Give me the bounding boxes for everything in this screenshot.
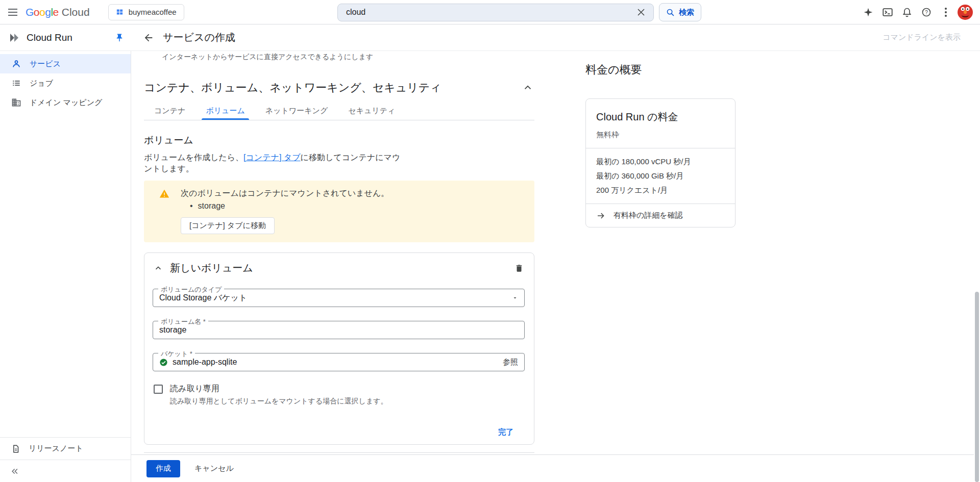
back-button[interactable] [139, 29, 158, 47]
sidebar-item-label: サービス [30, 59, 61, 69]
readonly-description: 読み取り専用としてボリュームをマウントする場合に選択します。 [170, 397, 388, 406]
tab-volumes[interactable]: ボリューム [195, 102, 255, 120]
volume-type-select[interactable]: ボリュームのタイプ Cloud Storage バケット [153, 289, 525, 307]
search-button-label: 検索 [679, 8, 694, 17]
sidebar-item-domain-mappings[interactable]: ドメイン マッピング [0, 93, 131, 112]
services-icon [11, 59, 21, 69]
clear-search-button[interactable] [634, 5, 648, 19]
browse-bucket-button[interactable]: 参照 [503, 358, 518, 367]
sidebar-item-services[interactable]: サービス [0, 54, 131, 73]
cloud-shell-icon [882, 7, 893, 18]
create-button[interactable]: 作成 [146, 460, 180, 477]
paid-tier-details-link[interactable]: 有料枠の詳細を確認 [586, 204, 735, 227]
free-tier-label: 無料枠 [596, 130, 725, 140]
chevrons-left-icon [10, 467, 19, 476]
search-icon [666, 8, 675, 17]
new-volume-card-header: 新しいボリューム [153, 261, 525, 275]
sidebar-spacer [0, 112, 131, 437]
more-vert-icon [945, 8, 947, 17]
pricing-line: 最初の 180,000 vCPU 秒/月 [596, 155, 725, 169]
domain-icon [11, 97, 21, 108]
search-button[interactable]: 検索 [659, 3, 701, 21]
tab-security[interactable]: セキュリティ [338, 102, 405, 120]
page-title: サービスの作成 [163, 31, 235, 44]
search-area: 検索 [337, 3, 701, 21]
project-icon [116, 8, 124, 16]
bell-icon [902, 7, 912, 17]
volume-type-label: ボリュームのタイプ [158, 285, 224, 294]
volume-name-label: ボリューム名 * [158, 317, 208, 326]
new-volume-card: 新しいボリューム ボリュームのタイプ Cloud Storage バケット ボリ… [144, 252, 534, 445]
container-tab-link[interactable]: [コンテナ] タブ [243, 153, 301, 162]
cloud-logo-text: Cloud [62, 6, 90, 18]
settings-tabs: コンテナ ボリューム ネットワーキング セキュリティ [144, 102, 534, 120]
tab-container[interactable]: コンテナ [144, 102, 195, 120]
warning-list-item: • storage [190, 201, 389, 211]
arrow-back-icon [143, 32, 154, 43]
more-options-button[interactable] [936, 3, 955, 22]
pricing-title: 料金の概要 [585, 62, 744, 78]
bucket-value: sample-app-sqlite [173, 358, 237, 367]
pricing-card-title: Cloud Run の料金 [596, 110, 725, 124]
card-collapse-button[interactable] [153, 263, 164, 274]
show-command-line-button[interactable]: コマンドラインを表示 [883, 33, 961, 42]
readonly-checkbox[interactable] [154, 385, 163, 394]
cancel-button[interactable]: キャンセル [194, 464, 234, 473]
delete-volume-button[interactable] [513, 262, 525, 274]
sidebar-item-jobs[interactable]: ジョブ [0, 73, 131, 93]
go-to-container-tab-button[interactable]: [コンテナ] タブに移動 [181, 217, 275, 234]
chevron-down-icon [512, 295, 518, 301]
topbar-actions: ? [859, 3, 980, 22]
topbar: Google Cloud buymeacoffee 検索 [0, 0, 980, 24]
pin-icon[interactable] [115, 33, 124, 42]
sidebar-item-label: ドメイン マッピング [30, 98, 102, 108]
unmounted-volume-warning: 次のボリュームはコンテナにマウントされていません。 • storage [コンテ… [144, 181, 534, 242]
warning-body: 次のボリュームはコンテナにマウントされていません。 • storage [コンテ… [181, 188, 389, 234]
notifications-button[interactable] [897, 3, 917, 22]
product-header: Cloud Run [0, 24, 131, 50]
cloud-shell-button[interactable] [878, 3, 897, 22]
scrollbar-track[interactable] [974, 51, 980, 482]
sidebar: サービス ジョブ ドメイン マッピング リリースノート [0, 51, 131, 482]
scrollbar-thumb[interactable] [975, 292, 979, 482]
help-button[interactable]: ? [917, 3, 936, 22]
tab-networking[interactable]: ネットワーキング [255, 102, 338, 120]
main-menu-button[interactable] [3, 3, 22, 22]
volumes-description-pre: ボリュームを作成したら、 [144, 153, 243, 162]
account-avatar[interactable] [955, 3, 975, 22]
release-notes-label: リリースノート [29, 444, 83, 453]
volumes-description: ボリュームを作成したら、[コンテナ] タブに移動してコンテナにマウントします。 [144, 152, 402, 174]
volume-name-input[interactable] [159, 325, 518, 335]
project-name: buymeacoffee [129, 8, 177, 16]
done-button[interactable]: 完了 [498, 427, 513, 437]
appbar: Cloud Run サービスの作成 コマンドラインを表示 [0, 24, 980, 51]
service-form-column: インターネットからサービスに直接アクセスできるようにします コンテナ、ボリューム… [144, 51, 534, 454]
readonly-option: 読み取り専用 読み取り専用としてボリュームをマウントする場合に選択します。 [153, 384, 525, 406]
project-selector[interactable]: buymeacoffee [108, 4, 184, 20]
document-icon [11, 444, 20, 453]
bucket-field[interactable]: バケット * sample-app-sqlite 参照 [153, 353, 525, 371]
section-collapse-button[interactable] [521, 81, 534, 94]
search-input[interactable] [346, 8, 634, 17]
section-header: コンテナ、ボリューム、ネットワーキング、セキュリティ [144, 80, 534, 95]
pricing-card-header: Cloud Run の料金 無料枠 [586, 99, 735, 148]
form-action-bar: 作成 キャンセル [131, 454, 980, 482]
volumes-heading: ボリューム [144, 134, 534, 147]
volume-name-field: ボリューム名 * [153, 321, 525, 339]
readonly-label: 読み取り専用 [170, 384, 388, 394]
help-icon: ? [921, 7, 932, 17]
page-header: サービスの作成 コマンドラインを表示 [131, 24, 980, 50]
pricing-panel: 料金の概要 Cloud Run の料金 無料枠 最初の 180,000 vCPU… [585, 62, 744, 227]
readonly-texts: 読み取り専用 読み取り専用としてボリュームをマウントする場合に選択します。 [170, 384, 388, 406]
gemini-button[interactable] [859, 3, 878, 22]
google-cloud-logo[interactable]: Google Cloud [26, 6, 90, 18]
search-bar[interactable] [337, 4, 654, 21]
release-notes-link[interactable]: リリースノート [0, 437, 131, 460]
done-row: 完了 [153, 427, 525, 437]
paid-tier-details-label: 有料枠の詳細を確認 [614, 211, 683, 220]
ingress-helper-text: インターネットからサービスに直接アクセスできるようにします [162, 51, 534, 62]
collapse-sidebar-button[interactable] [0, 460, 131, 482]
gemini-sparkle-icon [863, 7, 873, 17]
section-title: コンテナ、ボリューム、ネットワーキング、セキュリティ [144, 80, 442, 95]
pricing-card-body: 最初の 180,000 vCPU 秒/月 最初の 360,000 GiB 秒/月… [586, 148, 735, 204]
